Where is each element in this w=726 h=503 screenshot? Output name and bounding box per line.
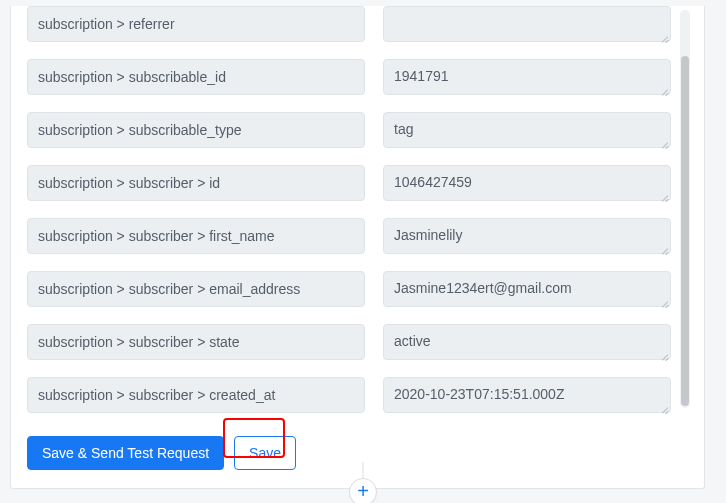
- field-value-wrap: [383, 112, 671, 151]
- field-value-wrap: [383, 377, 671, 416]
- field-value-wrap: [383, 59, 671, 98]
- field-row: [27, 218, 676, 257]
- field-key-input[interactable]: [27, 6, 365, 42]
- save-send-test-button[interactable]: Save & Send Test Request: [27, 436, 224, 470]
- save-button[interactable]: Save: [234, 436, 296, 470]
- field-value-wrap: [383, 165, 671, 204]
- field-key-input[interactable]: [27, 271, 365, 307]
- field-value-wrap: [383, 324, 671, 363]
- field-value-input[interactable]: [383, 165, 671, 201]
- request-config-panel: Save & Send Test Request Save: [10, 6, 705, 489]
- add-step-button[interactable]: +: [349, 478, 377, 503]
- field-value-input[interactable]: [383, 112, 671, 148]
- field-rows: [27, 6, 688, 416]
- field-value-input[interactable]: [383, 59, 671, 95]
- field-row: [27, 6, 676, 45]
- field-row: [27, 377, 676, 416]
- field-value-input[interactable]: [383, 6, 671, 42]
- field-key-input[interactable]: [27, 59, 365, 95]
- field-row: [27, 165, 676, 204]
- field-key-input[interactable]: [27, 112, 365, 148]
- field-key-input[interactable]: [27, 377, 365, 413]
- field-value-input[interactable]: [383, 271, 671, 307]
- plus-icon: +: [357, 481, 369, 501]
- field-row: [27, 271, 676, 310]
- field-value-wrap: [383, 6, 671, 45]
- scrollbar-track[interactable]: [680, 10, 690, 408]
- field-value-wrap: [383, 218, 671, 257]
- field-value-input[interactable]: [383, 377, 671, 413]
- field-value-input[interactable]: [383, 218, 671, 254]
- field-key-input[interactable]: [27, 324, 365, 360]
- field-key-input[interactable]: [27, 218, 365, 254]
- field-value-input[interactable]: [383, 324, 671, 360]
- scrollbar-thumb[interactable]: [681, 56, 689, 406]
- field-row: [27, 59, 676, 98]
- field-key-input[interactable]: [27, 165, 365, 201]
- field-row: [27, 324, 676, 363]
- fields-scroll-area: [27, 6, 688, 416]
- field-value-wrap: [383, 271, 671, 310]
- field-row: [27, 112, 676, 151]
- button-row: Save & Send Test Request Save: [27, 436, 688, 470]
